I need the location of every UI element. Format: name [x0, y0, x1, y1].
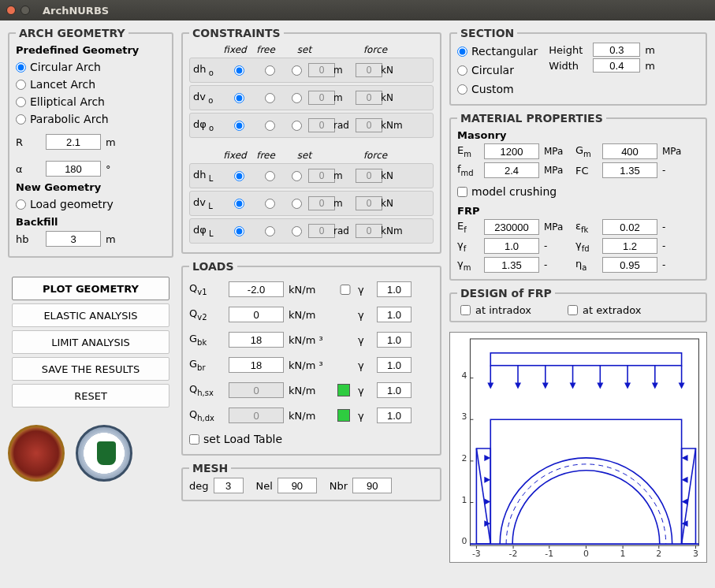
svg-text:3: 3 [462, 411, 467, 422]
svg-marker-39 [624, 383, 631, 389]
input-gf[interactable] [484, 238, 539, 254]
input-constraint-force[interactable] [356, 91, 382, 105]
save-results-button[interactable]: SAVE THE RESULTS [12, 357, 169, 381]
input-efk[interactable] [602, 219, 657, 235]
radio-constraint-free[interactable] [265, 121, 275, 131]
input-load-gamma[interactable] [377, 307, 411, 322]
university-seal-2-icon [76, 425, 132, 482]
input-load-gamma[interactable] [377, 281, 411, 297]
input-constraint-set[interactable] [308, 169, 335, 183]
svg-text:0: 0 [462, 536, 467, 546]
unit-constraint-force: kN [379, 198, 426, 209]
radio-constraint-fixed[interactable] [234, 65, 244, 76]
input-nbr[interactable] [352, 478, 392, 493]
radio-section-circular[interactable] [457, 65, 467, 76]
reset-button[interactable]: RESET [12, 384, 169, 408]
radio-constraint-fixed[interactable] [234, 171, 244, 181]
radio-constraint-fixed[interactable] [234, 121, 244, 131]
input-constraint-set[interactable] [308, 63, 335, 77]
input-hb[interactable] [46, 231, 101, 247]
radio-constraint-free[interactable] [265, 199, 275, 209]
radio-constraint-free[interactable] [265, 171, 275, 181]
input-constraint-set[interactable] [308, 224, 335, 238]
radio-constraint-set[interactable] [292, 226, 302, 236]
input-load-value[interactable] [229, 307, 284, 322]
input-constraint-force[interactable] [356, 196, 382, 210]
input-fmd[interactable] [484, 162, 539, 178]
radio-parabolic-arch[interactable] [16, 114, 26, 125]
material-properties-panel: MATERIAL PROPERTIES Masonry EmMPa GmMPa … [449, 112, 707, 281]
radio-constraint-set[interactable] [292, 65, 302, 76]
radio-constraint-free[interactable] [265, 93, 275, 103]
input-constraint-force[interactable] [356, 63, 382, 77]
radio-constraint-fixed[interactable] [234, 93, 244, 103]
input-deg[interactable] [214, 478, 244, 493]
radio-constraint-set[interactable] [292, 93, 302, 103]
input-constraint-force[interactable] [356, 169, 382, 183]
load-label: Qv2 [189, 307, 224, 322]
input-FC[interactable] [602, 162, 657, 178]
constraint-label: dh L [193, 169, 223, 183]
material-properties-title: MATERIAL PROPERTIES [457, 112, 606, 125]
input-load-value[interactable] [229, 281, 284, 297]
svg-marker-48 [682, 499, 688, 505]
input-constraint-force[interactable] [356, 224, 382, 238]
input-constraint-set[interactable] [308, 91, 335, 105]
radio-section-custom[interactable] [457, 84, 467, 95]
check-set-load-table[interactable] [189, 434, 199, 445]
check-model-crushing[interactable] [457, 187, 467, 197]
radio-constraint-fixed[interactable] [234, 199, 244, 209]
input-Gm[interactable] [602, 143, 657, 159]
input-constraint-set[interactable] [308, 118, 335, 132]
label-load-geometry: Load geometry [30, 198, 114, 210]
close-icon[interactable] [6, 6, 16, 15]
radio-load-geometry[interactable] [16, 199, 26, 210]
input-load-gamma[interactable] [377, 332, 411, 348]
input-load-gamma[interactable] [377, 408, 411, 423]
input-width[interactable] [593, 58, 640, 73]
unit-constraint-force: kN [379, 170, 426, 181]
input-Ef[interactable] [484, 219, 539, 235]
input-height[interactable] [593, 43, 640, 57]
unit-na: - [662, 259, 681, 270]
input-load-gamma[interactable] [377, 382, 411, 398]
radio-circular-arch[interactable] [16, 62, 26, 73]
unit-constraint-force: kNm [379, 225, 426, 236]
radio-section-rectangular[interactable] [457, 47, 467, 57]
input-alpha[interactable] [46, 161, 101, 177]
minimize-icon[interactable] [20, 6, 30, 15]
radio-constraint-set[interactable] [292, 199, 302, 209]
input-constraint-set[interactable] [308, 196, 335, 210]
unit-load: kN/m ³ [289, 334, 333, 346]
input-R[interactable] [46, 134, 101, 150]
check-load[interactable] [337, 285, 353, 295]
input-load-gamma[interactable] [377, 357, 411, 373]
radio-constraint-set[interactable] [292, 171, 302, 181]
radio-constraint-set[interactable] [292, 121, 302, 131]
limit-analysis-button[interactable]: LIMIT ANALYSIS [12, 330, 169, 354]
input-na[interactable] [602, 257, 657, 273]
check-intradox[interactable] [460, 305, 471, 315]
load-row: Qv2 kN/m γ [189, 303, 434, 326]
plot-geometry-button[interactable]: PLOT GEOMETRY [12, 277, 169, 300]
input-Em[interactable] [484, 143, 539, 159]
radio-lancet-arch[interactable] [16, 80, 26, 90]
constraint-label: dh o [193, 63, 223, 77]
input-load-value[interactable] [229, 357, 284, 373]
check-extradox[interactable] [568, 305, 578, 315]
label-model-crushing: model crushing [471, 185, 557, 198]
input-gfd[interactable] [602, 238, 657, 254]
radio-constraint-fixed[interactable] [234, 226, 244, 236]
input-gm[interactable] [484, 257, 539, 273]
elastic-analysis-button[interactable]: ELASTIC ANALYSIS [12, 303, 169, 327]
radio-constraint-free[interactable] [265, 65, 275, 76]
unit-R: m [106, 136, 116, 148]
radio-constraint-free[interactable] [265, 226, 275, 236]
input-load-value[interactable] [229, 332, 284, 348]
radio-elliptical-arch[interactable] [16, 97, 26, 107]
unit-constraint-set: m [332, 65, 356, 76]
input-nel[interactable] [277, 478, 317, 493]
label-Ef: Ef [457, 220, 479, 234]
svg-marker-42 [484, 455, 490, 461]
input-constraint-force[interactable] [356, 118, 382, 132]
